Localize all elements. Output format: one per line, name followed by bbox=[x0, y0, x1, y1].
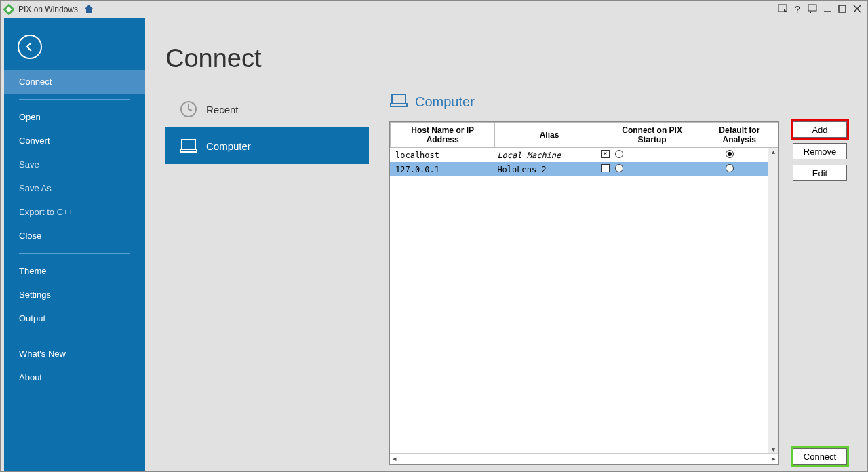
minimize-icon[interactable] bbox=[820, 4, 835, 15]
cell-startup[interactable] bbox=[597, 148, 692, 162]
sidebar-item-export-cpp[interactable]: Export to C++ bbox=[4, 200, 145, 224]
col-host[interactable]: Host Name or IP Address bbox=[391, 123, 495, 148]
default-radio[interactable] bbox=[726, 164, 734, 172]
sidebar-item-label: About bbox=[19, 372, 42, 382]
list-option-computer[interactable]: Computer bbox=[165, 127, 369, 164]
svg-rect-12 bbox=[391, 104, 407, 106]
cell-alias: Local Machine bbox=[492, 148, 597, 162]
list-option-label: Recent bbox=[206, 104, 239, 115]
list-option-recent[interactable]: Recent bbox=[165, 91, 369, 127]
cell-startup[interactable] bbox=[597, 162, 692, 176]
cell-alias: HoloLens 2 bbox=[492, 162, 597, 176]
connect-button[interactable]: Connect bbox=[793, 448, 847, 465]
section-header: Computer bbox=[389, 91, 847, 113]
svg-rect-9 bbox=[182, 140, 195, 149]
startup-radio[interactable] bbox=[615, 164, 623, 172]
sidebar-item-convert[interactable]: Convert bbox=[4, 129, 145, 153]
edit-button[interactable]: Edit bbox=[793, 165, 847, 181]
close-icon[interactable] bbox=[850, 4, 865, 15]
sidebar-item-label: What's New bbox=[19, 349, 66, 359]
back-button[interactable] bbox=[18, 35, 42, 59]
sidebar-divider bbox=[19, 99, 130, 100]
col-alias[interactable]: Alias bbox=[495, 123, 604, 148]
source-list: Recent Computer bbox=[165, 91, 369, 465]
sidebar-item-label: Convert bbox=[19, 136, 50, 146]
sidebar-item-about[interactable]: About bbox=[4, 366, 145, 389]
vertical-scrollbar[interactable]: ▴▾ bbox=[768, 148, 778, 453]
main-panel: Connect Recent Computer bbox=[145, 18, 867, 471]
detail-panel: Computer Host Name or IP Address Alias C… bbox=[369, 91, 847, 465]
sidebar-item-save-as[interactable]: Save As bbox=[4, 176, 145, 200]
notes-icon[interactable] bbox=[775, 4, 790, 16]
help-icon[interactable]: ? bbox=[790, 4, 805, 15]
sidebar-divider bbox=[19, 253, 130, 254]
computer-icon bbox=[389, 91, 408, 113]
sidebar-item-save[interactable]: Save bbox=[4, 153, 145, 176]
horizontal-scrollbar[interactable]: ◂▸ bbox=[390, 453, 778, 464]
svg-rect-5 bbox=[839, 5, 846, 12]
feedback-icon[interactable] bbox=[805, 4, 820, 16]
home-icon[interactable] bbox=[83, 3, 94, 16]
titlebar: PIX on Windows ? bbox=[1, 1, 867, 18]
button-label: Remove bbox=[804, 146, 836, 157]
cell-default[interactable] bbox=[692, 148, 768, 162]
sidebar-item-label: Settings bbox=[19, 290, 51, 300]
sidebar-item-theme[interactable]: Theme bbox=[4, 259, 145, 283]
computer-icon bbox=[179, 137, 198, 155]
hosts-table[interactable]: Host Name or IP Address Alias Connect on… bbox=[389, 121, 779, 465]
sidebar-divider bbox=[19, 336, 130, 336]
table-row[interactable]: localhostLocal Machine bbox=[390, 148, 768, 162]
sidebar: Connect Open Convert Save Save As Export… bbox=[4, 18, 145, 471]
sidebar-item-label: Theme bbox=[19, 266, 46, 276]
col-default[interactable]: Default for Analysis bbox=[701, 123, 778, 148]
page-title: Connect bbox=[165, 44, 847, 73]
svg-rect-3 bbox=[808, 5, 816, 11]
sidebar-item-output[interactable]: Output bbox=[4, 307, 145, 330]
default-radio[interactable] bbox=[726, 150, 734, 158]
clock-icon bbox=[179, 100, 198, 118]
list-option-label: Computer bbox=[206, 140, 251, 152]
remove-button[interactable]: Remove bbox=[793, 143, 847, 159]
startup-radio[interactable] bbox=[615, 150, 623, 158]
sidebar-item-close[interactable]: Close bbox=[4, 224, 145, 248]
cell-host: 127.0.0.1 bbox=[390, 162, 492, 176]
maximize-icon[interactable] bbox=[835, 4, 850, 15]
add-button[interactable]: Add bbox=[793, 121, 847, 138]
app-title: PIX on Windows bbox=[18, 5, 78, 14]
svg-rect-11 bbox=[392, 94, 406, 104]
sidebar-item-settings[interactable]: Settings bbox=[4, 283, 145, 307]
section-title: Computer bbox=[415, 94, 475, 110]
app-icon bbox=[3, 4, 14, 15]
sidebar-item-label: Save As bbox=[19, 183, 52, 193]
button-column: Add Remove Edit Connect bbox=[793, 121, 847, 465]
table-row[interactable]: 127.0.0.1HoloLens 2 bbox=[390, 162, 768, 176]
startup-checkbox[interactable] bbox=[601, 164, 610, 172]
sidebar-item-label: Close bbox=[19, 231, 41, 241]
sidebar-item-open[interactable]: Open bbox=[4, 105, 145, 129]
sidebar-item-label: Open bbox=[19, 112, 41, 122]
button-label: Add bbox=[812, 125, 827, 135]
sidebar-item-whats-new[interactable]: What's New bbox=[4, 342, 145, 366]
button-label: Edit bbox=[812, 168, 827, 178]
col-startup[interactable]: Connect on PIX Startup bbox=[604, 123, 701, 148]
startup-checkbox[interactable] bbox=[601, 150, 610, 158]
svg-rect-10 bbox=[180, 149, 197, 152]
cell-host: localhost bbox=[390, 148, 492, 162]
button-label: Connect bbox=[804, 452, 836, 462]
cell-default[interactable] bbox=[692, 162, 768, 176]
sidebar-item-label: Output bbox=[19, 313, 45, 323]
sidebar-item-label: Connect bbox=[19, 77, 52, 87]
sidebar-item-connect[interactable]: Connect bbox=[4, 70, 145, 94]
sidebar-item-label: Export to C++ bbox=[19, 207, 73, 217]
sidebar-item-label: Save bbox=[19, 159, 39, 170]
